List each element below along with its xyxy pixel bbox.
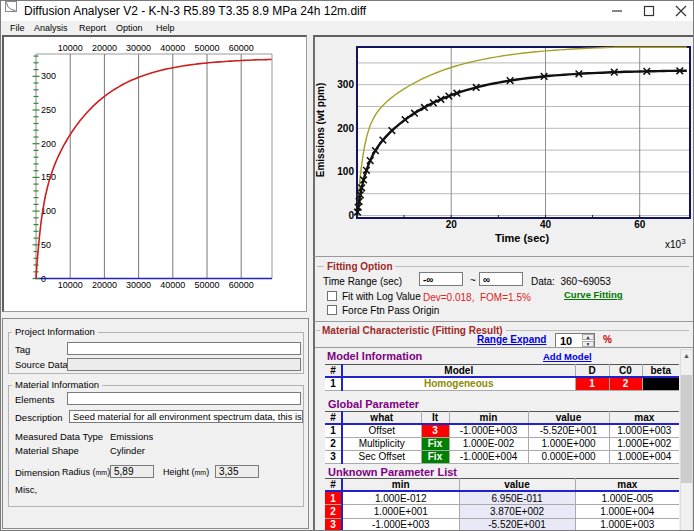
svg-text:Emissions (wt ppm): Emissions (wt ppm) <box>315 83 326 177</box>
svg-text:50000: 50000 <box>194 280 219 290</box>
svg-text:20: 20 <box>446 219 458 230</box>
svg-text:40000: 40000 <box>160 280 185 290</box>
svg-text:20000: 20000 <box>92 280 117 290</box>
svg-text:200: 200 <box>41 139 56 149</box>
svg-text:30000: 30000 <box>126 43 151 53</box>
svg-text:0: 0 <box>348 210 354 221</box>
svg-text:50000: 50000 <box>194 43 219 53</box>
svg-text:300: 300 <box>41 71 56 81</box>
svg-text:0: 0 <box>41 274 46 284</box>
svg-text:60000: 60000 <box>229 280 254 290</box>
svg-text:20000: 20000 <box>92 43 117 53</box>
svg-text:50: 50 <box>41 240 51 250</box>
svg-text:Time (sec): Time (sec) <box>495 232 550 244</box>
svg-text:40: 40 <box>540 219 552 230</box>
svg-text:40000: 40000 <box>160 43 185 53</box>
svg-text:10000: 10000 <box>58 43 83 53</box>
svg-text:60: 60 <box>634 219 646 230</box>
svg-text:250: 250 <box>41 105 56 115</box>
svg-text:100: 100 <box>337 166 354 177</box>
svg-text:30000: 30000 <box>126 280 151 290</box>
svg-text:200: 200 <box>337 123 354 134</box>
svg-text:10000: 10000 <box>58 280 83 290</box>
svg-text:x103: x103 <box>665 237 686 250</box>
svg-text:300: 300 <box>337 79 354 90</box>
svg-text:60000: 60000 <box>229 43 254 53</box>
